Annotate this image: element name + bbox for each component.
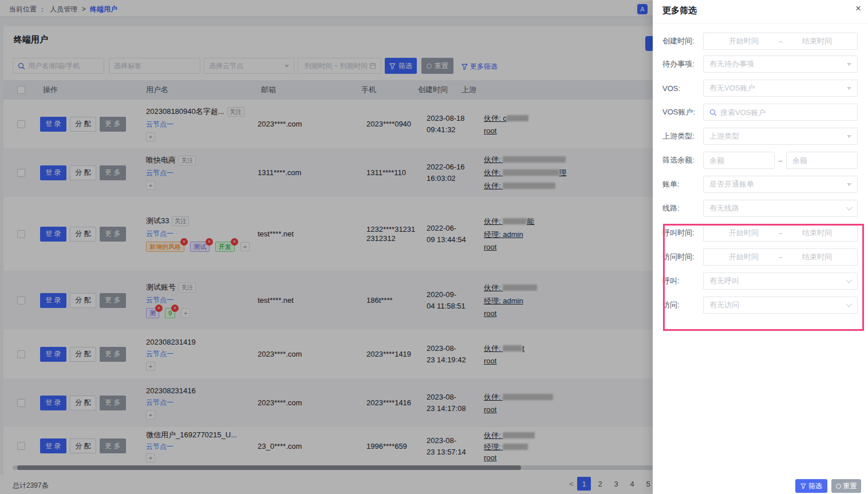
- call-select[interactable]: 有无呼叫: [703, 272, 858, 290]
- field-label: 呼叫时间:: [662, 228, 703, 238]
- drawer-filter-button[interactable]: 筛选: [795, 479, 827, 493]
- field-label: VOS账户:: [662, 107, 703, 117]
- field-created-time: 创建时间: 开始时间 ~ 结束时间: [662, 33, 858, 50]
- field-line: 线路: 有无线路: [662, 200, 858, 217]
- drawer-reset-label: 重置: [843, 481, 857, 491]
- field-label: 待办事项:: [662, 59, 703, 69]
- field-label: 访问:: [662, 300, 703, 310]
- upstream-type-select[interactable]: 上游类型: [703, 128, 858, 145]
- select-placeholder: 上游类型: [709, 131, 847, 141]
- select-placeholder: 有无线路: [709, 203, 847, 214]
- select-placeholder: 有无待办事项: [709, 59, 847, 69]
- field-label: 创建时间:: [662, 36, 703, 46]
- range-tilde: ~: [778, 37, 783, 46]
- more-filter-drawer: 更多筛选 × 创建时间: 开始时间 ~ 结束时间 待办事项: 有无待办事项 VO…: [653, 0, 868, 494]
- field-vos-account: VOS账户:: [662, 104, 858, 121]
- field-label: 账单:: [662, 179, 703, 189]
- field-label: VOS:: [662, 84, 703, 93]
- field-label: 线路:: [662, 203, 703, 214]
- range-tilde: ~: [778, 229, 783, 238]
- created-time-range-picker[interactable]: 开始时间 ~ 结束时间: [703, 33, 858, 50]
- start-placeholder: 开始时间: [709, 228, 778, 238]
- search-icon: [709, 109, 717, 116]
- chevron-down-icon: [847, 183, 851, 186]
- field-upstream-type: 上游类型: 上游类型: [662, 128, 858, 145]
- field-visit-time: 访问时间: 开始时间 ~ 结束时间: [662, 248, 858, 266]
- field-call: 呼叫: 有无呼叫: [662, 272, 858, 290]
- select-placeholder: 有无访问: [709, 300, 847, 310]
- call-time-range-picker[interactable]: 开始时间 ~ 结束时间: [703, 224, 858, 242]
- field-label: 访问时间:: [662, 252, 703, 262]
- field-bill: 账单: 是否开通账单: [662, 176, 858, 193]
- balance-max-input[interactable]: [786, 152, 858, 169]
- field-vos: VOS: 有无VOS账户: [662, 80, 858, 97]
- chevron-down-icon: [847, 87, 851, 90]
- todo-select[interactable]: 有无待办事项: [703, 56, 858, 73]
- end-placeholder: 结束时间: [783, 36, 851, 46]
- funnel-icon: [800, 483, 806, 489]
- select-placeholder: 是否开通账单: [709, 179, 847, 189]
- chevron-down-icon: [847, 135, 851, 138]
- range-tilde: ~: [778, 253, 783, 262]
- field-label: 筛选余额:: [662, 155, 703, 165]
- start-placeholder: 开始时间: [709, 36, 778, 46]
- field-label: 上游类型:: [662, 131, 703, 141]
- select-placeholder: 有无VOS账户: [709, 83, 847, 93]
- end-placeholder: 结束时间: [783, 228, 851, 238]
- field-todo: 待办事项: 有无待办事项: [662, 56, 858, 73]
- drawer-title: 更多筛选: [662, 5, 697, 16]
- bill-select[interactable]: 是否开通账单: [703, 176, 858, 193]
- field-call-time: 呼叫时间: 开始时间 ~ 结束时间: [662, 224, 858, 242]
- start-placeholder: 开始时间: [709, 252, 778, 262]
- balance-max[interactable]: [792, 156, 851, 165]
- balance-min[interactable]: [709, 156, 768, 165]
- close-icon[interactable]: ×: [855, 3, 861, 14]
- end-placeholder: 结束时间: [783, 252, 851, 262]
- visit-select[interactable]: 有无访问: [703, 297, 858, 314]
- select-placeholder: 有无呼叫: [709, 276, 847, 286]
- vos-select[interactable]: 有无VOS账户: [703, 80, 858, 97]
- vos-account-input[interactable]: [720, 108, 851, 117]
- chevron-down-icon: [846, 276, 852, 283]
- balance-min-input[interactable]: [703, 152, 775, 169]
- chevron-down-icon: [847, 63, 851, 66]
- visit-time-range-picker[interactable]: 开始时间 ~ 结束时间: [703, 248, 858, 266]
- vos-account-search[interactable]: [703, 104, 858, 121]
- field-label: 呼叫:: [662, 276, 703, 286]
- screen: 当前位置： 人员管理 > 终端用户 A 终端用户 选择云节点 到期时间 ~ 到期…: [0, 0, 868, 494]
- chevron-down-icon: [846, 301, 852, 307]
- balance-dash: –: [778, 156, 782, 165]
- reset-icon: [836, 484, 841, 489]
- line-select[interactable]: 有无线路: [703, 200, 858, 217]
- drawer-filter-label: 筛选: [808, 481, 822, 491]
- field-balance: 筛选余额: –: [662, 152, 858, 169]
- divider: [653, 23, 868, 23]
- field-visit: 访问: 有无访问: [662, 297, 858, 314]
- drawer-reset-button[interactable]: 重置: [831, 479, 861, 493]
- chevron-down-icon: [846, 204, 852, 210]
